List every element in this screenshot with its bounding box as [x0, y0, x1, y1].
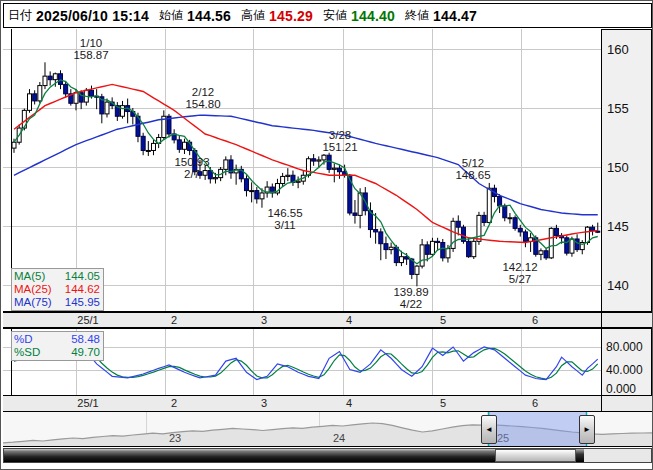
x-axis-strip-lower: 25/123456: [3, 396, 652, 412]
axis-divider: [601, 313, 602, 327]
navigator-minichart[interactable]: 232425: [3, 412, 652, 447]
ma5-value: 144.05: [65, 270, 100, 283]
quote-close-group: 終値 144.47: [405, 7, 477, 24]
stoch-y-tick: 40.000: [606, 363, 643, 377]
y-axis-tick: 150: [607, 160, 629, 175]
close-value: 144.47: [433, 8, 477, 24]
y-axis-tick: 145: [607, 219, 629, 234]
percent-sd-value: 49.70: [71, 346, 100, 359]
high-label: 高値: [241, 7, 265, 24]
price-chart-panel[interactable]: 160155150145140 1/10158.872/12154.803/28…: [3, 29, 652, 312]
ma25-label: MA(25): [14, 283, 52, 296]
x-axis-label: 3: [261, 397, 267, 409]
ma75-value: 145.95: [65, 296, 100, 309]
x-axis-label: 4: [346, 314, 352, 326]
moving-average-legend: MA(5) 144.05 MA(25) 144.62 MA(75) 145.95: [11, 268, 104, 311]
quote-open-group: 始値 144.56: [159, 7, 231, 24]
ma75-label: MA(75): [14, 296, 52, 309]
low-value: 144.40: [351, 8, 395, 24]
stochastic-legend: %D 58.48 %SD 49.70: [11, 331, 104, 361]
x-axis-label: 25/1: [77, 314, 98, 326]
y-axis-tick: 160: [607, 42, 629, 57]
x-axis-label: 25/1: [77, 397, 98, 409]
open-label: 始値: [159, 7, 183, 24]
close-label: 終値: [405, 7, 429, 24]
y-axis-tick: 155: [607, 101, 629, 116]
percent-sd-row: %SD 49.70: [14, 346, 100, 359]
stochastic-panel: 80.00040.0000.000 %D 58.48 %SD 49.70: [3, 328, 652, 396]
x-axis-label: 5: [440, 314, 446, 326]
quote-date-group: 日付 2025/06/10 15:14: [8, 7, 149, 24]
low-label: 安値: [323, 7, 347, 24]
navigator-year-label: 23: [169, 432, 181, 444]
axis-divider: [601, 396, 602, 411]
percent-d-label: %D: [14, 333, 33, 346]
horizontal-scrollbar[interactable]: [3, 448, 652, 463]
navigator-right-arrow-button[interactable]: ►: [579, 415, 595, 444]
percent-d-value: 58.48: [71, 333, 100, 346]
ma25-value: 144.62: [65, 283, 100, 296]
navigator-year-label: 24: [333, 432, 345, 444]
quote-header-bar: 日付 2025/06/10 15:14 始値 144.56 高値 145.29 …: [3, 3, 652, 28]
navigator-left-arrow-button[interactable]: ◄: [481, 415, 497, 444]
scrollbar-end-nub[interactable]: [576, 449, 584, 462]
stoch-y-tick: 0.000: [606, 382, 636, 396]
navigator-selection-window[interactable]: [488, 412, 586, 447]
ma75-row: MA(75) 145.95: [14, 296, 100, 309]
percent-d-row: %D 58.48: [14, 333, 100, 346]
x-axis-label: 2: [171, 314, 177, 326]
quote-low-group: 安値 144.40: [323, 7, 395, 24]
scrollbar-filled-track[interactable]: [4, 449, 495, 462]
x-axis-label: 6: [532, 314, 538, 326]
stoch-y-tick: 80.000: [606, 340, 643, 354]
y-axis-tick: 140: [607, 278, 629, 293]
chart-application-window: 日付 2025/06/10 15:14 始値 144.56 高値 145.29 …: [0, 0, 653, 470]
high-value: 145.29: [269, 8, 313, 24]
date-value: 2025/06/10 15:14: [36, 8, 149, 24]
percent-sd-label: %SD: [14, 346, 40, 359]
ma5-label: MA(5): [14, 270, 45, 283]
x-axis-label: 2: [171, 397, 177, 409]
quote-high-group: 高値 145.29: [241, 7, 313, 24]
ma25-row: MA(25) 144.62: [14, 283, 100, 296]
date-label: 日付: [8, 7, 32, 24]
x-axis-strip-upper: 25/123456: [3, 312, 652, 328]
open-value: 144.56: [187, 8, 231, 24]
timeline-navigator[interactable]: 232425 ◄ ►: [3, 412, 652, 447]
x-axis-label: 5: [440, 397, 446, 409]
x-axis-label: 6: [532, 397, 538, 409]
ma5-row: MA(5) 144.05: [14, 270, 100, 283]
x-axis-label: 3: [261, 314, 267, 326]
scrollbar-thumb[interactable]: [495, 449, 576, 462]
x-axis-label: 4: [346, 397, 352, 409]
